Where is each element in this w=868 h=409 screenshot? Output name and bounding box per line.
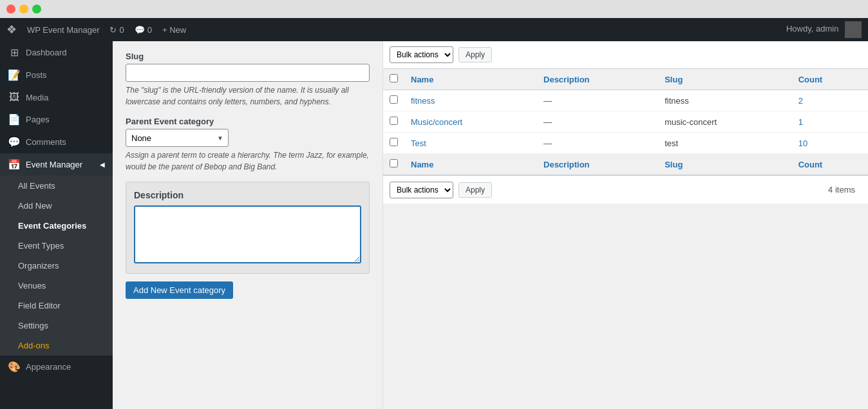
sidebar: ⊞ Dashboard 📝 Posts 🖼 Media 📄 Pages 💬 Co… [0, 41, 113, 409]
sidebar-item-event-types[interactable]: Event Types [0, 236, 113, 256]
row-name-cell: fitness [404, 90, 537, 111]
appearance-label: Appearance [26, 362, 71, 372]
parent-category-select[interactable]: None [126, 129, 229, 147]
appearance-icon: 🎨 [8, 361, 21, 373]
sidebar-item-label: Posts [26, 70, 47, 80]
apply-button-bottom[interactable]: Apply [458, 182, 492, 198]
comments-icon: 💬 [135, 25, 145, 35]
row-name-link[interactable]: fitness [411, 96, 435, 106]
event-categories-table: Name Description Slug Count [383, 69, 868, 175]
count-col-label: Count [798, 75, 823, 84]
maximize-button[interactable] [32, 5, 41, 14]
new-label: + New [162, 25, 186, 35]
footer-name: Name [404, 154, 537, 175]
slug-label: Slug [126, 52, 370, 61]
chevron-icon: ◀ [100, 161, 105, 168]
footer-count-label: Count [798, 160, 823, 169]
field-editor-label: Field Editor [18, 301, 61, 310]
avatar [845, 21, 862, 38]
row-name-link[interactable]: Test [411, 138, 426, 148]
settings-label: Settings [18, 321, 48, 330]
row-checkbox[interactable] [390, 95, 398, 104]
main-content: Slug The "slug" is the URL-friendly vers… [113, 41, 868, 409]
row-count-link[interactable]: 1 [798, 117, 803, 127]
parent-category-field: Parent Event category None ▼ Assign a pa… [126, 117, 370, 173]
event-manager-icon: 📅 [8, 158, 21, 171]
description-title: Description [134, 190, 361, 200]
footer-slug: Slug [658, 154, 791, 175]
sidebar-item-all-events[interactable]: All Events [0, 176, 113, 196]
select-all-checkbox[interactable] [390, 74, 398, 82]
new-link[interactable]: + New [162, 25, 186, 35]
bulk-actions-row-bottom: Bulk actions Delete Apply 4 items [383, 175, 868, 204]
name-sort-link[interactable]: Name [411, 75, 433, 84]
sidebar-item-media[interactable]: 🖼 Media [0, 86, 113, 108]
footer-description-label: Description [543, 160, 590, 169]
row-description: — [543, 138, 552, 148]
sidebar-item-event-categories[interactable]: Event Categories [0, 216, 113, 236]
slug-col-label: Slug [665, 75, 683, 84]
row-checkbox[interactable] [390, 117, 398, 125]
add-new-event-category-button[interactable]: Add New Event category [126, 281, 233, 299]
footer-name-link[interactable]: Name [411, 160, 433, 169]
header-count: Count [792, 69, 868, 90]
comments-link[interactable]: 💬 0 [135, 25, 152, 35]
sidebar-item-event-manager[interactable]: 📅 Event Manager ◀ [0, 153, 113, 176]
sidebar-item-add-ons[interactable]: Add-ons [0, 336, 113, 356]
slug-input[interactable] [126, 64, 370, 82]
sidebar-item-venues[interactable]: Venues [0, 276, 113, 296]
row-slug: test [665, 138, 678, 148]
sidebar-item-posts[interactable]: 📝 Posts [0, 64, 113, 86]
sidebar-item-label: Comments [26, 137, 66, 147]
row-count-link[interactable]: 10 [798, 138, 807, 148]
sidebar-item-add-new[interactable]: Add New [0, 196, 113, 216]
description-col-label: Description [543, 75, 590, 84]
apply-button-top[interactable]: Apply [458, 47, 492, 62]
items-count: 4 items [822, 181, 862, 198]
site-name-link[interactable]: WP Event Manager [27, 25, 99, 35]
slug-hint: The "slug" is the URL-friendly version o… [126, 84, 370, 108]
footer-description: Description [537, 154, 658, 175]
sidebar-item-label: Pages [26, 115, 50, 124]
bulk-actions-select-bottom[interactable]: Bulk actions Delete [390, 182, 453, 198]
bulk-actions-select-top[interactable]: Bulk actions Delete [390, 46, 453, 63]
admin-bar: ❖ WP Event Manager ↻ 0 💬 0 + New Howdy, … [0, 18, 868, 41]
minimize-button[interactable] [19, 5, 28, 14]
table-row: Music/concert — music-concert 1 [383, 111, 868, 133]
dashboard-icon: ⊞ [8, 46, 21, 59]
sidebar-item-appearance[interactable]: 🎨 Appearance [0, 356, 113, 378]
sidebar-item-organizers[interactable]: Organizers [0, 256, 113, 276]
sidebar-item-label: Media [26, 93, 48, 102]
sidebar-item-field-editor[interactable]: Field Editor [0, 296, 113, 316]
add-new-label: Add New [18, 201, 52, 211]
row-count-cell: 2 [792, 90, 868, 111]
row-name-link[interactable]: Music/concert [411, 117, 462, 127]
organizers-label: Organizers [18, 261, 59, 271]
description-textarea[interactable] [134, 205, 361, 263]
row-slug: music-concert [665, 117, 717, 127]
sidebar-item-dashboard[interactable]: ⊞ Dashboard [0, 41, 113, 64]
row-slug-cell: music-concert [658, 111, 791, 133]
table-row: fitness — fitness 2 [383, 90, 868, 111]
comments-count: 0 [147, 25, 152, 35]
close-button[interactable] [6, 5, 15, 14]
add-ons-label: Add-ons [18, 341, 49, 350]
footer-count: Count [792, 154, 868, 175]
row-checkbox[interactable] [390, 138, 398, 146]
sidebar-item-comments[interactable]: 💬 Comments [0, 131, 113, 153]
updates-icon: ↻ [109, 25, 117, 35]
footer-checkbox-col [383, 154, 404, 175]
wp-logo[interactable]: ❖ [6, 23, 17, 37]
table-header-row: Name Description Slug Count [383, 69, 868, 90]
select-all-footer-checkbox[interactable] [390, 159, 398, 167]
row-count-link[interactable]: 2 [798, 96, 803, 106]
description-card: Description [126, 182, 370, 274]
sidebar-item-pages[interactable]: 📄 Pages [0, 108, 113, 131]
row-description: — [543, 117, 552, 127]
sidebar-item-settings[interactable]: Settings [0, 316, 113, 336]
table-footer-row: Name Description Slug Count [383, 154, 868, 175]
header-name: Name [404, 69, 537, 90]
apply-label: Apply [466, 50, 485, 59]
updates-link[interactable]: ↻ 0 [109, 25, 124, 35]
row-description-cell: — [537, 133, 658, 154]
